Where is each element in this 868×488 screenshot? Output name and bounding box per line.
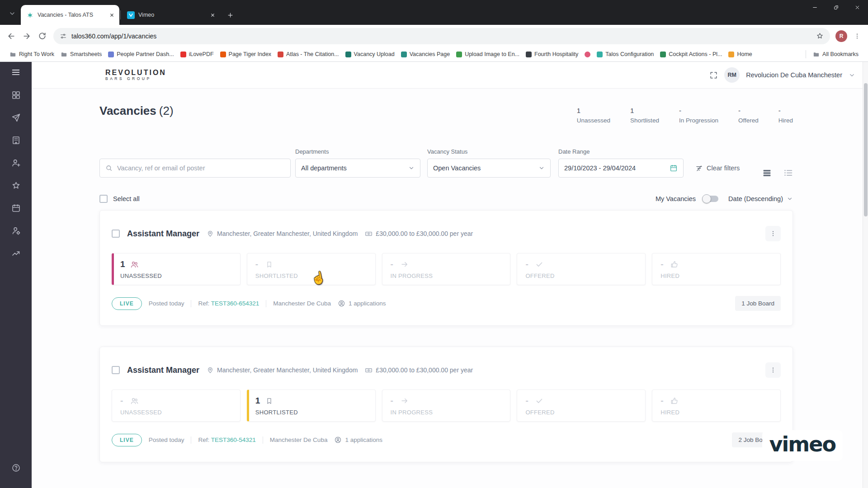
brand-line1: REVOLUTION — [105, 69, 166, 77]
status-badge: LIVE — [112, 297, 142, 310]
bookmark-item[interactable]: Fourth Hospitality — [523, 50, 581, 59]
stat-offered: -Offered — [738, 107, 759, 124]
vacancy-menu-icon[interactable] — [765, 362, 781, 378]
calendar-icon[interactable] — [670, 164, 678, 172]
vacancy-checkbox[interactable] — [112, 366, 120, 374]
bookmark-item[interactable]: Right To Work — [6, 50, 57, 59]
my-vacancies-toggle[interactable] — [703, 196, 718, 202]
select-all-checkbox[interactable] — [99, 195, 108, 203]
browser-tab-vimeo[interactable]: Vimeo — [122, 5, 220, 25]
site-favicon — [108, 52, 114, 57]
window-restore-button[interactable] — [826, 0, 847, 15]
tab-close-icon[interactable] — [208, 11, 217, 19]
list-toolbar: Select all My Vacancies Date (Descending… — [99, 195, 793, 203]
person-circle-icon — [338, 300, 345, 307]
stage-offered[interactable]: - OFFERED — [517, 253, 646, 285]
applications[interactable]: 1 applications — [334, 436, 382, 444]
all-bookmarks-label: All Bookmarks — [822, 51, 859, 57]
bookmark-item[interactable] — [581, 50, 594, 59]
person-add-icon[interactable] — [6, 153, 25, 172]
browser-menu-icon[interactable] — [851, 30, 863, 42]
person-settings-icon[interactable] — [6, 221, 25, 240]
bookmark-star-icon[interactable] — [816, 32, 824, 40]
window-close-button[interactable] — [847, 0, 868, 15]
stage-hired[interactable]: - HIRED — [652, 389, 781, 422]
calendar-icon[interactable] — [6, 198, 25, 217]
date-range-input[interactable]: 29/10/2023 - 29/04/2024 — [558, 159, 684, 178]
sort-dropdown[interactable]: Date (Descending) — [728, 195, 793, 202]
reload-button[interactable] — [34, 28, 50, 44]
departments-select[interactable]: All departments — [295, 159, 420, 178]
all-bookmarks-button[interactable]: All Bookmarks — [810, 50, 862, 59]
browser-tab-talos[interactable]: Vacancies - Talos ATS — [21, 5, 119, 25]
browser-toolbar: talos360.com/app/1/vacancies R — [0, 25, 868, 47]
table-view-icon[interactable] — [762, 168, 772, 178]
bookmark-item[interactable]: Cockpit Actions - Pl... — [657, 50, 725, 59]
bookmark-item[interactable]: Upload Image to En... — [453, 50, 523, 59]
vacancy-title[interactable]: Assistant Manager — [127, 366, 199, 375]
building-icon[interactable] — [6, 131, 25, 150]
bookmark-label: Page Tiger Index — [229, 51, 272, 57]
vacancy-salary-text: £30,000.00 to £30,000.00 per year — [376, 366, 473, 374]
vacancy-checkbox[interactable] — [112, 230, 120, 238]
bookmark-item[interactable]: People Partner Dash... — [105, 50, 177, 59]
job-board-pill[interactable]: 1 Job Board — [735, 296, 781, 311]
bookmark-label: Vacancies Page — [410, 51, 450, 57]
banknote-icon — [365, 230, 373, 238]
tab-search-button[interactable] — [5, 7, 19, 20]
menu-icon[interactable] — [6, 63, 25, 82]
account-avatar[interactable]: RM — [724, 67, 740, 83]
site-info-icon[interactable] — [60, 33, 67, 40]
list-view-icon[interactable] — [783, 168, 793, 178]
bookmark-item[interactable]: Home — [725, 50, 755, 59]
star-icon[interactable] — [6, 176, 25, 195]
search-input[interactable] — [117, 164, 285, 172]
stage-in-progress[interactable]: - IN PROGRESS — [382, 389, 511, 422]
forward-button[interactable] — [19, 28, 34, 44]
browser-profile-avatar[interactable]: R — [835, 30, 847, 42]
dashboard-icon[interactable] — [6, 85, 25, 104]
vacancy-menu-icon[interactable] — [765, 226, 781, 241]
vacancy-title[interactable]: Assistant Manager — [127, 229, 199, 239]
site-favicon — [220, 52, 226, 57]
clear-filters-button[interactable]: Clear filters — [691, 159, 744, 178]
bookmark-item[interactable]: iLovePDF — [177, 50, 217, 59]
scrollbar-thumb[interactable] — [864, 83, 868, 216]
applications[interactable]: 1 applications — [338, 300, 386, 307]
send-icon[interactable] — [6, 108, 25, 127]
window-minimize-button[interactable] — [804, 0, 826, 15]
stat-shortlisted: 1Shortlisted — [630, 107, 659, 124]
bookmark-item[interactable]: Atlas - The Citation... — [274, 50, 342, 59]
help-icon[interactable] — [6, 458, 25, 477]
fullscreen-icon[interactable] — [709, 71, 718, 80]
bookmark-item[interactable]: Page Tiger Index — [217, 50, 275, 59]
address-bar[interactable]: talos360.com/app/1/vacancies — [53, 28, 830, 44]
vacancy-status-select[interactable]: Open Vacancies — [427, 159, 551, 178]
filters-bar: Departments All departments Vacancy Stat… — [99, 148, 793, 178]
new-tab-button[interactable] — [224, 9, 236, 21]
stage-in-progress[interactable]: - IN PROGRESS — [382, 253, 511, 285]
select-all-label: Select all — [113, 195, 140, 202]
trending-icon[interactable] — [6, 244, 25, 263]
stage-offered[interactable]: - OFFERED — [517, 389, 646, 422]
bookmark-item[interactable]: Smartsheets — [57, 50, 105, 59]
chevron-down-icon[interactable] — [849, 72, 855, 79]
screen: Vacancies - Talos ATS Vimeo — [0, 0, 868, 488]
ref-link[interactable]: TEST360-654321 — [211, 300, 259, 307]
site-text: Manchester De Cuba — [273, 300, 331, 307]
ref-link[interactable]: TEST360-54321 — [211, 436, 256, 443]
bookmark-label: Upload Image to En... — [465, 51, 519, 57]
back-button[interactable] — [4, 28, 19, 44]
page-scrollbar[interactable] — [863, 62, 868, 488]
bookmark-item[interactable]: Vacancies Page — [398, 50, 453, 59]
vacancy-search[interactable] — [99, 159, 291, 178]
stage-shortlisted[interactable]: 1 SHORTLISTED — [247, 389, 376, 422]
stage-unassessed[interactable]: 1 UNASSESSED — [112, 253, 241, 285]
stage-hired[interactable]: - HIRED — [652, 253, 781, 285]
tab-close-icon[interactable] — [108, 11, 116, 19]
account-name[interactable]: Revolucion De Cuba Manchester — [746, 71, 842, 79]
divider — [266, 300, 266, 307]
bookmark-item[interactable]: Talos Configuration — [594, 50, 657, 59]
stage-unassessed[interactable]: - UNASSESSED — [112, 389, 241, 422]
bookmark-item[interactable]: Vacancy Upload — [342, 50, 398, 59]
